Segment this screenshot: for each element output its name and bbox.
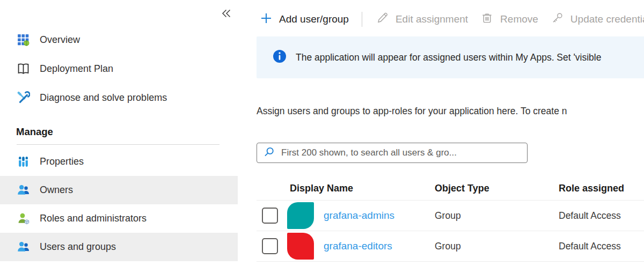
- sidebar: Overview Deployment Plan Diagnose an: [0, 0, 238, 266]
- people-icon: [16, 183, 30, 197]
- group-name-link[interactable]: grafana-admins: [324, 210, 394, 221]
- page-description: Assign users and groups to app-roles for…: [257, 106, 644, 117]
- table-header-row: Display Name Object Type Role assigned: [257, 177, 644, 201]
- update-credentials-label: Update credentials: [570, 13, 644, 25]
- column-header-object-type: Object Type: [435, 183, 559, 194]
- sidebar-item-label: Diagnose and solve problems: [40, 92, 167, 104]
- group-avatar: [287, 202, 314, 229]
- sidebar-item-label: Owners: [40, 184, 73, 196]
- sidebar-item-overview[interactable]: Overview: [0, 25, 238, 54]
- sidebar-item-label: Properties: [40, 156, 84, 167]
- tools-icon: [16, 91, 30, 105]
- manage-section-header: Manage: [0, 112, 238, 144]
- remove-button[interactable]: Remove: [481, 12, 538, 27]
- edit-assignment-button[interactable]: Edit assignment: [376, 12, 468, 27]
- collapse-sidebar-button[interactable]: [218, 6, 234, 23]
- manage-list: Properties Owners: [0, 145, 238, 261]
- sidebar-item-label: Deployment Plan: [40, 63, 113, 75]
- table-row[interactable]: grafana-editors Group Default Access: [257, 231, 644, 262]
- role-assigned-cell: Default Access: [559, 241, 644, 252]
- sidebar-item-label: Overview: [40, 34, 80, 46]
- key-icon: [551, 12, 564, 27]
- command-bar: Add user/group Edit assignment Remove: [257, 8, 644, 31]
- info-banner: The application will appear for assigned…: [257, 36, 644, 78]
- remove-label: Remove: [500, 13, 538, 25]
- column-header-display-name: Display Name: [257, 183, 435, 194]
- group-avatar: [287, 233, 314, 260]
- admin-person-icon: [16, 212, 30, 226]
- overview-grid-icon: [16, 33, 30, 47]
- display-name-cell: grafana-editors: [257, 233, 435, 260]
- column-header-role-assigned: Role assigned: [559, 183, 644, 194]
- info-icon: [273, 49, 287, 66]
- role-assigned-cell: Default Access: [559, 210, 644, 221]
- sidebar-nav: Overview Deployment Plan Diagnose an: [0, 25, 238, 261]
- row-checkbox[interactable]: [262, 238, 278, 254]
- table-row[interactable]: grafana-admins Group Default Access: [257, 201, 644, 231]
- search-box: [257, 143, 528, 163]
- group-name-link[interactable]: grafana-editors: [324, 240, 392, 252]
- sliders-icon: [16, 155, 30, 169]
- toolbar-divider: [362, 12, 362, 27]
- sidebar-item-owners[interactable]: Owners: [0, 176, 238, 204]
- book-icon: [16, 62, 30, 76]
- sidebar-item-roles-administrators[interactable]: Roles and administrators: [0, 204, 238, 233]
- pencil-icon: [376, 12, 389, 27]
- sidebar-item-properties[interactable]: Properties: [0, 147, 238, 176]
- search-input[interactable]: [281, 147, 522, 158]
- row-checkbox[interactable]: [262, 208, 278, 224]
- double-chevron-left-icon: [219, 7, 232, 22]
- sidebar-item-users-and-groups[interactable]: Users and groups: [0, 233, 238, 261]
- add-user-group-button[interactable]: Add user/group: [260, 12, 349, 27]
- assignments-table: Display Name Object Type Role assigned g…: [257, 177, 644, 262]
- update-credentials-button[interactable]: Update credentials: [551, 12, 644, 27]
- add-user-group-label: Add user/group: [279, 13, 349, 25]
- info-banner-text: The application will appear for assigned…: [296, 52, 601, 63]
- sidebar-item-diagnose[interactable]: Diagnose and solve problems: [0, 83, 238, 112]
- edit-assignment-label: Edit assignment: [396, 13, 468, 25]
- sidebar-item-label: Users and groups: [40, 241, 116, 253]
- display-name-cell: grafana-admins: [257, 202, 435, 229]
- object-type-cell: Group: [435, 210, 559, 221]
- sidebar-item-deployment-plan[interactable]: Deployment Plan: [0, 54, 238, 83]
- people-icon: [16, 240, 30, 254]
- object-type-cell: Group: [435, 241, 559, 252]
- sidebar-item-label: Roles and administrators: [40, 213, 147, 224]
- plus-icon: [260, 12, 272, 27]
- search-icon: [264, 146, 275, 160]
- trash-icon: [481, 12, 493, 27]
